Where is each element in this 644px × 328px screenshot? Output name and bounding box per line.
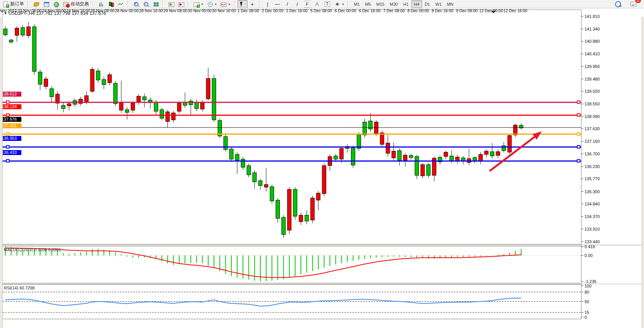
candle (195, 102, 199, 108)
search-button[interactable] (613, 0, 623, 8)
bar-chart-button[interactable] (96, 0, 106, 8)
line-chart-icon (118, 1, 124, 7)
time-axis-label: 23 Nov 08:00 (18, 8, 41, 13)
text-tool-button[interactable]: A (312, 0, 322, 8)
timeframe-m5-button[interactable]: M5 (362, 0, 373, 8)
notifications-button[interactable]: 1 (628, 0, 639, 8)
navigator-button[interactable] (51, 0, 61, 8)
timeframe-m15-button[interactable]: M15 (374, 0, 387, 8)
new-order-button[interactable]: + 新订单 (1, 0, 26, 8)
pane-splitter[interactable] (0, 283, 644, 284)
macd-axis-label: 0.416 (585, 244, 595, 249)
price-level-tag[interactable]: 137.431 (0, 123, 21, 128)
candlestick-chart-button[interactable] (106, 0, 116, 8)
line-anchor[interactable] (577, 114, 580, 116)
candle (160, 110, 164, 118)
line-anchor[interactable] (6, 114, 9, 116)
market-watch-button[interactable] (41, 0, 51, 8)
chart-shift-icon: ▶ (178, 1, 184, 7)
candle (403, 155, 407, 160)
candle (363, 122, 366, 135)
timeframe-m30-button[interactable]: M30 (387, 0, 400, 8)
candle (490, 152, 494, 156)
candle (415, 157, 419, 175)
timeframe-m1-button[interactable]: M1 (351, 0, 362, 8)
cursor-tool-button[interactable] (238, 0, 247, 8)
candle (305, 215, 308, 221)
horizontal-line-icon: — (275, 1, 281, 7)
vertical-line-tool-button[interactable]: | (263, 0, 273, 8)
candle (264, 184, 268, 187)
timeframe-mn-button[interactable]: MN (444, 0, 456, 8)
zoom-out-button[interactable]: − (141, 0, 151, 8)
price-level-tag[interactable]: 138.612 (0, 92, 21, 97)
price-level-tag[interactable]: 136.433 (0, 150, 21, 155)
line-anchor[interactable] (577, 145, 580, 148)
annotation-arrow-head[interactable] (532, 131, 542, 140)
candle (502, 146, 506, 151)
chart-shift-button[interactable]: ▶ (176, 0, 186, 8)
auto-trading-button[interactable]: 自动交易 (61, 0, 91, 8)
timeframe-w1-button[interactable]: W1 (433, 0, 445, 8)
auto-scroll-button[interactable]: ▶ (166, 0, 176, 8)
timeframe-h4-button[interactable]: H4 (411, 0, 422, 8)
periods-button[interactable]: ▾ (205, 0, 219, 8)
rsi-label: RSI(14) 60.7298 (4, 286, 35, 290)
line-anchor[interactable] (6, 145, 9, 148)
chevron-down-icon: ▾ (228, 2, 230, 6)
current-price-tag[interactable]: 137.676 (0, 117, 21, 122)
price-level-tag[interactable]: 138.134 (0, 104, 21, 109)
candle (374, 122, 378, 134)
text-label-tool-button[interactable]: T (322, 0, 332, 8)
shapes-icon: ✥ (334, 1, 340, 7)
clock-icon (207, 1, 213, 7)
trendline-tool-button[interactable]: / (283, 0, 292, 8)
line-anchor[interactable] (6, 101, 9, 103)
chevron-down-icon: ▾ (342, 2, 344, 6)
candle (102, 79, 106, 84)
shapes-tool-button[interactable]: ✥▾ (332, 0, 346, 8)
right-scroll-strip[interactable] (642, 17, 644, 328)
candle (456, 157, 459, 161)
candle (432, 158, 436, 175)
new-order-label: 新订单 (10, 1, 24, 7)
candle (38, 72, 42, 84)
line-anchor[interactable] (6, 132, 9, 135)
indicators-button[interactable]: +▾ (191, 0, 205, 8)
navigator-icon (53, 1, 59, 7)
candle (409, 155, 413, 158)
candle (201, 103, 204, 109)
channel-tool-button[interactable]: ⫽ (292, 0, 302, 8)
templates-button[interactable]: ▾ (218, 0, 232, 8)
time-axis-label: 30 Nov 16:00 (212, 8, 236, 13)
annotation-arrow[interactable] (490, 134, 538, 171)
timeframe-d1-button[interactable]: D1 (422, 0, 433, 8)
candle (235, 154, 239, 160)
separator (27, 1, 30, 7)
fibonacci-tool-button[interactable]: F (302, 0, 312, 8)
line-anchor[interactable] (6, 160, 9, 162)
crosshair-tool-button[interactable]: + (247, 0, 257, 8)
candle (282, 217, 286, 234)
search-icon (615, 1, 621, 7)
candle (299, 215, 303, 222)
pane-splitter[interactable] (0, 244, 644, 246)
line-anchor[interactable] (577, 132, 580, 135)
price-level-tag[interactable]: 136.953 (0, 136, 21, 141)
line-anchor[interactable] (577, 101, 580, 103)
history-center-button[interactable] (31, 0, 41, 8)
timeframe-h1-button[interactable]: H1 (401, 0, 411, 8)
tile-windows-button[interactable] (151, 0, 161, 8)
crosshair-icon: + (249, 1, 255, 7)
candle (56, 94, 59, 103)
line-anchor[interactable] (577, 160, 580, 162)
horizontal-line-tool-button[interactable]: — (273, 0, 283, 8)
price-tick-label: 138.550 (585, 102, 600, 106)
candle (131, 103, 135, 110)
zoom-in-button[interactable]: + (131, 0, 141, 8)
chart-area[interactable]: ▼ USDJPY-,H4 137.762 137.798 137.634 137… (0, 8, 644, 328)
rsi-axis-label: 15 (585, 310, 589, 315)
candle (479, 154, 482, 161)
separator (234, 1, 236, 7)
line-chart-button[interactable] (116, 0, 126, 8)
